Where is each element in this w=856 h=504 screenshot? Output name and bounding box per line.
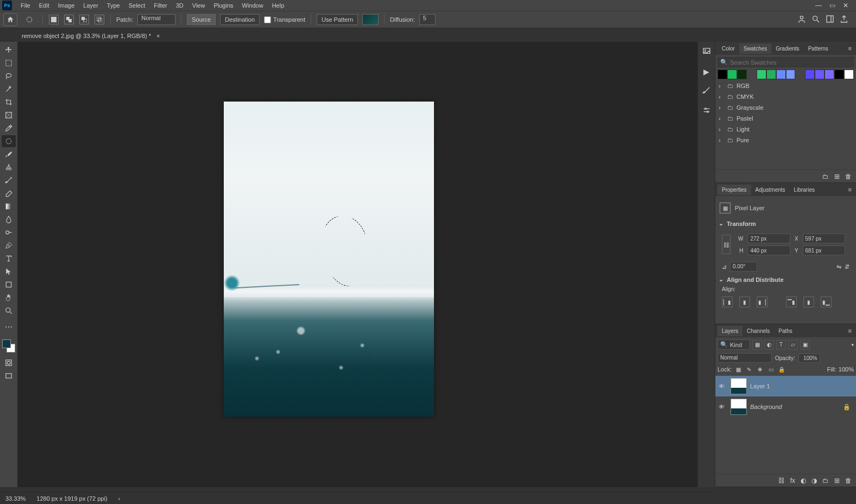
width-field[interactable]: 272 px — [747, 234, 790, 243]
tab-paths[interactable]: Paths — [774, 326, 797, 336]
intersect-selection-icon[interactable] — [95, 15, 104, 24]
pattern-swatch[interactable] — [362, 14, 379, 25]
align-section[interactable]: ⌄Align and Distribute — [717, 274, 854, 285]
flip-vertical-icon[interactable]: ⇵ — [845, 263, 849, 270]
filter-smart-icon[interactable]: ▣ — [800, 340, 810, 350]
tab-channels[interactable]: Channels — [742, 326, 774, 336]
lasso-tool[interactable] — [2, 70, 16, 82]
tab-libraries[interactable]: Libraries — [790, 185, 819, 195]
canvas-area[interactable] — [17, 42, 697, 487]
swatch-green[interactable] — [727, 70, 737, 79]
swatch-green3[interactable] — [766, 70, 776, 79]
swatch-folder-pastel[interactable]: ›🗀Pastel — [717, 113, 854, 124]
filter-shape-icon[interactable]: ▱ — [788, 340, 798, 350]
adjustment-layer-icon[interactable]: ◑ — [811, 477, 817, 484]
menu-select[interactable]: Select — [124, 2, 150, 9]
layer-mask-icon[interactable]: ◐ — [801, 477, 806, 484]
align-hcenter-icon[interactable]: ▮ — [739, 297, 750, 307]
link-wh-icon[interactable]: ⛓ — [722, 235, 731, 254]
close-tab-icon[interactable]: × — [156, 33, 160, 39]
tab-layers[interactable]: Layers — [717, 326, 742, 336]
visibility-icon[interactable]: 👁 — [719, 383, 727, 389]
status-chevron-icon[interactable]: › — [118, 495, 121, 502]
swatch-folder-grayscale[interactable]: ›🗀Grayscale — [717, 102, 854, 113]
history-panel-icon[interactable] — [702, 47, 711, 58]
lock-position-icon[interactable]: ✥ — [756, 365, 764, 374]
dodge-tool[interactable] — [2, 226, 16, 238]
tab-swatches[interactable]: Swatches — [739, 43, 771, 54]
tab-gradients[interactable]: Gradients — [771, 43, 803, 54]
swatch-green2[interactable] — [757, 70, 766, 79]
swatch-export-icon[interactable]: 🗀 — [822, 173, 829, 180]
swatch-purple3[interactable] — [824, 70, 834, 79]
magic-wand-tool[interactable] — [2, 83, 16, 95]
align-vcenter-icon[interactable]: ▮ — [803, 297, 814, 307]
menu-edit[interactable]: Edit — [35, 2, 54, 9]
diffusion-value[interactable]: 5 — [419, 14, 436, 25]
move-tool[interactable] — [2, 44, 16, 56]
menu-view[interactable]: View — [188, 2, 210, 9]
tool-preset-picker[interactable] — [22, 13, 37, 26]
panel-menu-icon[interactable]: ≡ — [846, 327, 854, 334]
swatch-purple1[interactable] — [805, 70, 815, 79]
opacity-field[interactable]: 100% — [798, 354, 820, 363]
pen-tool[interactable] — [2, 240, 16, 251]
delete-layer-icon[interactable]: 🗑 — [845, 477, 852, 484]
transform-section[interactable]: ⌄Transform — [717, 218, 854, 229]
patch-mode-dropdown[interactable]: Normal — [137, 14, 175, 25]
swatch-black[interactable] — [717, 70, 727, 79]
filter-type-icon[interactable]: T — [776, 340, 786, 350]
filter-pixel-icon[interactable]: ▦ — [752, 340, 762, 350]
brush-panel-icon[interactable] — [702, 86, 711, 96]
link-layers-icon[interactable]: ⛓ — [778, 477, 785, 484]
tab-properties[interactable]: Properties — [717, 185, 751, 195]
swatch-search[interactable]: 🔍 — [717, 57, 854, 67]
swatch-folder-rgb[interactable]: ›🗀RGB — [717, 80, 854, 91]
screen-mode-icon[interactable] — [2, 370, 16, 382]
menu-window[interactable]: Window — [238, 2, 268, 9]
hand-tool[interactable] — [2, 292, 16, 304]
menu-filter[interactable]: Filter — [149, 2, 171, 9]
swatch-blue1[interactable] — [776, 70, 786, 79]
use-pattern-button[interactable]: Use Pattern — [317, 14, 358, 25]
swatch-folder-light[interactable]: ›🗀Light — [717, 124, 854, 135]
new-selection-icon[interactable] — [49, 15, 59, 24]
layer-item[interactable]: 👁 Background 🔒 — [715, 396, 856, 417]
share-icon[interactable] — [840, 15, 848, 25]
lock-artboard-icon[interactable]: ▭ — [766, 365, 775, 374]
workspace-icon[interactable] — [826, 15, 834, 25]
filter-adjustment-icon[interactable]: ◐ — [764, 340, 774, 350]
menu-plugins[interactable]: Plugins — [209, 2, 237, 9]
settings-panel-icon[interactable] — [702, 106, 711, 116]
history-brush-tool[interactable] — [2, 174, 16, 186]
new-layer-icon[interactable]: ⊞ — [834, 477, 840, 484]
angle-field[interactable]: 0.00° — [730, 262, 757, 272]
type-tool[interactable] — [2, 253, 16, 264]
add-selection-icon[interactable] — [64, 15, 74, 24]
layer-filter-kind[interactable]: 🔍Kind — [717, 339, 750, 350]
swatch-blue2[interactable] — [786, 70, 796, 79]
home-icon[interactable] — [3, 13, 17, 26]
eraser-tool[interactable] — [2, 187, 16, 199]
flip-horizontal-icon[interactable]: ⇋ — [836, 263, 841, 270]
swatch-folder-cmyk[interactable]: ›🗀CMYK — [717, 91, 854, 102]
clone-stamp-tool[interactable] — [2, 161, 16, 173]
layer-item[interactable]: 👁 Layer 1 — [715, 376, 856, 396]
layer-thumbnail[interactable] — [731, 378, 747, 394]
delete-swatch-icon[interactable]: 🗑 — [845, 173, 852, 180]
y-field[interactable]: 681 px — [803, 245, 845, 255]
maximize-icon[interactable]: ▭ — [829, 2, 835, 9]
close-icon[interactable]: ✕ — [843, 2, 848, 9]
document-dimensions[interactable]: 1280 px x 1919 px (72 ppi) — [36, 495, 107, 502]
lock-pixels-icon[interactable]: ✎ — [745, 365, 753, 374]
layer-name[interactable]: Layer 1 — [750, 383, 770, 389]
tab-patterns[interactable]: Patterns — [804, 43, 833, 54]
tab-adjustments[interactable]: Adjustments — [751, 185, 790, 195]
edit-toolbar-icon[interactable]: ⋯ — [2, 321, 16, 333]
visibility-icon[interactable]: 👁 — [719, 404, 727, 410]
menu-help[interactable]: Help — [268, 2, 289, 9]
zoom-level[interactable]: 33.33% — [5, 495, 26, 502]
menu-image[interactable]: Image — [54, 2, 79, 9]
align-left-icon[interactable]: ▏▮ — [722, 297, 733, 307]
blur-tool[interactable] — [2, 213, 16, 225]
